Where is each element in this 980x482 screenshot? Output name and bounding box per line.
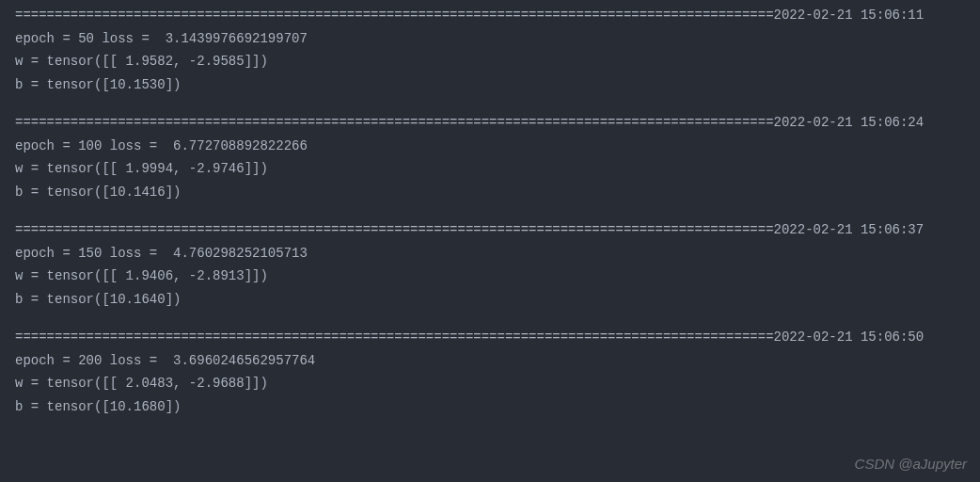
log-line: b = tensor([10.1530]) — [15, 73, 965, 97]
log-line: epoch = 100 loss = 6.772708892822266 — [15, 135, 965, 158]
log-block: ========================================… — [15, 4, 965, 96]
log-line: w = tensor([[ 2.0483, -2.9688]]) — [15, 372, 965, 395]
log-block: ========================================… — [15, 218, 965, 311]
separator-line: ========================================… — [15, 4, 965, 27]
log-line: epoch = 50 loss = 3.1439976692199707 — [15, 27, 965, 51]
log-line: w = tensor([[ 1.9994, -2.9746]]) — [15, 157, 965, 181]
separator-line: ========================================… — [15, 218, 965, 242]
log-line: w = tensor([[ 1.9406, -2.8913]]) — [15, 265, 965, 288]
separator-line: ========================================… — [15, 326, 965, 349]
log-line: b = tensor([10.1680]) — [15, 395, 965, 419]
log-line: b = tensor([10.1416]) — [15, 181, 965, 204]
watermark: CSDN @aJupyter — [855, 452, 967, 476]
log-block: ========================================… — [15, 111, 965, 203]
log-line: epoch = 150 loss = 4.760298252105713 — [15, 242, 965, 265]
log-block: ========================================… — [15, 326, 965, 418]
log-line: w = tensor([[ 1.9582, -2.9585]]) — [15, 50, 965, 73]
separator-line: ========================================… — [15, 111, 965, 135]
log-line: epoch = 200 loss = 3.6960246562957764 — [15, 349, 965, 373]
log-line: b = tensor([10.1640]) — [15, 288, 965, 312]
log-output: ========================================… — [15, 4, 965, 418]
